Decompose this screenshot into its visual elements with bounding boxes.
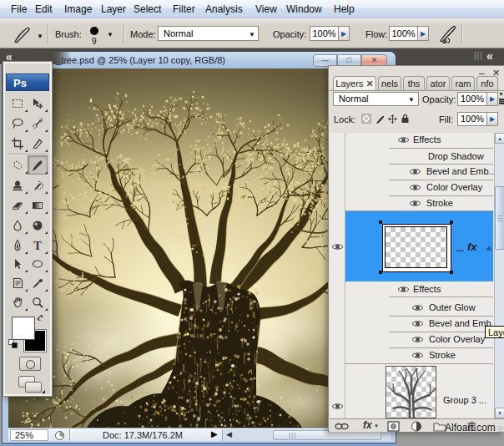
- svg-text:T: T: [33, 239, 42, 252]
